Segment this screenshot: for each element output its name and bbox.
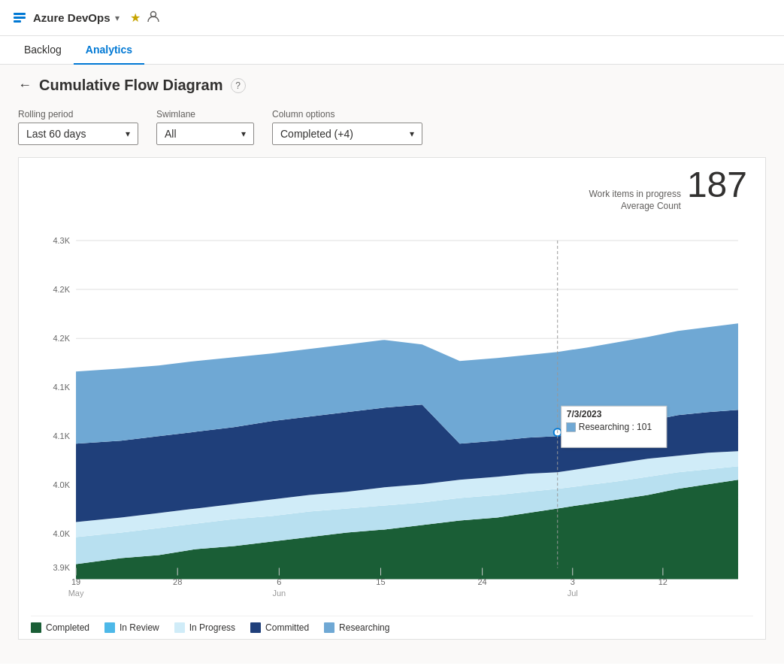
svg-text:4.0K: 4.0K [53,481,70,490]
legend-committed[interactable]: Committed [250,622,309,633]
researching-label: Researching [339,622,389,633]
svg-text:Jun: Jun [272,589,286,598]
chevron-down-icon[interactable]: ▾ [115,13,120,23]
legend-in-review[interactable]: In Review [104,622,159,633]
svg-text:7/3/2023: 7/3/2023 [567,409,602,419]
legend-researching[interactable]: Researching [324,622,389,633]
svg-text:24: 24 [477,578,486,587]
tab-analytics[interactable]: Analytics [74,36,144,65]
researching-swatch [324,622,334,633]
legend-in-progress[interactable]: In Progress [174,622,235,633]
app-icon [12,11,27,26]
svg-text:4.2K: 4.2K [53,285,70,294]
in-progress-label: In Progress [189,622,235,633]
chevron-down-icon: ▾ [410,129,414,139]
completed-label: Completed [46,622,89,633]
svg-text:4.0K: 4.0K [53,530,70,539]
chart-legend: Completed In Review In Progress Committe… [31,616,753,633]
svg-rect-1 [14,17,26,19]
legend-completed[interactable]: Completed [31,622,89,633]
nav-tabs: Backlog Analytics [0,36,784,65]
swimlane-filter: Swimlane All ▾ [156,109,254,145]
filters-row: Rolling period Last 60 days ▾ Swimlane A… [18,109,766,145]
app-header: Azure DevOps ▾ ★ [0,0,784,36]
page-title: Cumulative Flow Diagram [39,77,223,94]
work-items-count: 187 [687,167,747,203]
completed-swatch [31,622,41,633]
user-icon[interactable] [147,10,160,26]
svg-text:4.1K: 4.1K [53,431,70,440]
svg-text:12: 12 [658,578,667,587]
svg-text:19: 19 [71,578,80,587]
chevron-down-icon: ▾ [126,129,130,139]
svg-rect-2 [14,20,21,23]
in-review-label: In Review [120,622,159,633]
rolling-period-select[interactable]: Last 60 days ▾ [18,123,138,145]
page-content: ← Cumulative Flow Diagram ? Rolling peri… [0,65,784,664]
help-icon[interactable]: ? [231,78,246,93]
svg-text:Jul: Jul [568,589,578,598]
chart-area[interactable]: 4.3K 4.2K 4.2K 4.1K 4.1K 4.0K 4.0K 3.9K [31,218,753,610]
svg-text:15: 15 [376,578,385,587]
committed-label: Committed [265,622,309,633]
svg-text:3: 3 [571,578,575,587]
in-progress-swatch [174,622,185,633]
in-review-swatch [104,622,115,633]
chart-container: Work items in progress Average Count 187… [18,157,766,640]
cumulative-flow-chart: 4.3K 4.2K 4.2K 4.1K 4.1K 4.0K 4.0K 3.9K [31,218,753,610]
column-options-filter: Column options Completed (+4) ▾ [272,109,422,145]
svg-text:4.2K: 4.2K [53,334,70,343]
chevron-down-icon: ▾ [241,129,246,139]
swimlane-label: Swimlane [156,109,254,120]
app-title[interactable]: Azure DevOps [33,11,110,24]
chart-header: Work items in progress Average Count 187 [31,167,753,212]
svg-text:6: 6 [277,578,281,587]
rolling-period-filter: Rolling period Last 60 days ▾ [18,109,138,145]
svg-text:28: 28 [173,578,182,587]
svg-text:May: May [68,589,84,598]
svg-text:4.1K: 4.1K [53,383,70,392]
tab-backlog[interactable]: Backlog [12,36,74,65]
page-title-row: ← Cumulative Flow Diagram ? [18,77,766,94]
star-icon[interactable]: ★ [130,11,141,25]
column-options-select[interactable]: Completed (+4) ▾ [272,123,422,145]
svg-rect-42 [567,422,576,431]
swimlane-select[interactable]: All ▾ [156,123,254,145]
svg-text:3.9K: 3.9K [53,564,70,573]
svg-rect-0 [14,13,26,15]
column-options-label: Column options [272,109,422,120]
rolling-period-label: Rolling period [18,109,138,120]
work-items-label: Work items in progress Average Count [589,189,680,212]
committed-swatch [250,622,261,633]
back-button[interactable]: ← [18,77,32,93]
svg-text:4.3K: 4.3K [53,236,70,245]
svg-text:Researching : 101: Researching : 101 [579,422,652,432]
